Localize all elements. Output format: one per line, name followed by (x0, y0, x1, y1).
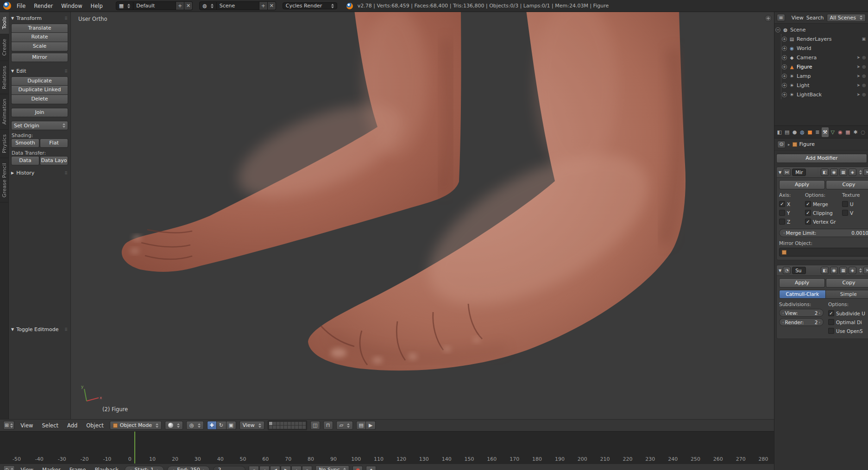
selectable-icon[interactable]: ➤ (857, 55, 861, 60)
layer-cell[interactable] (291, 422, 295, 425)
snap-element-select[interactable]: ▱ (336, 421, 353, 430)
pivot-point-select[interactable]: ◎ (186, 421, 204, 430)
set-origin-select[interactable]: Set Origin (11, 121, 68, 130)
viewport-visibility-icon[interactable]: ◉ (830, 169, 838, 176)
selectable-icon[interactable]: ➤ (857, 74, 861, 78)
lock-to-scene-icon[interactable]: ◫ (310, 421, 320, 430)
tab-render[interactable]: ◧ (776, 127, 783, 137)
play-reverse-button[interactable]: ◀ (270, 466, 280, 470)
copy-modifier-button[interactable]: Copy (826, 278, 868, 288)
object-menu[interactable]: Object (83, 422, 106, 429)
collapse-icon[interactable]: ▼ (11, 69, 14, 73)
outliner-search-menu[interactable]: Search (806, 15, 824, 21)
timeline-ruler[interactable]: -50-40-30-20-100102030405060708090100110… (0, 431, 774, 464)
data-transfer-button[interactable]: Data (11, 156, 39, 165)
selectable-icon[interactable]: ➤ (857, 92, 861, 97)
texture-u-checkbox[interactable]: U (842, 200, 868, 208)
layer-cell[interactable] (269, 422, 272, 425)
shelf-tab-physics[interactable]: Physics (0, 130, 9, 158)
layer-cell[interactable] (273, 426, 276, 429)
timeline-frame-menu[interactable]: Frame (67, 467, 89, 470)
delete-scene-button[interactable]: ✕ (268, 1, 276, 10)
editor-type-select[interactable]: ⊞ (3, 421, 14, 430)
mirror-button[interactable]: Mirror (11, 53, 68, 62)
layer-cell[interactable] (273, 422, 276, 425)
vertex-groups-checkbox[interactable]: Vertex Gr (805, 217, 840, 226)
menu-file[interactable]: File (14, 3, 28, 9)
sync-mode-select[interactable]: No Sync (315, 465, 349, 470)
shelf-tab-relations[interactable]: Relations (0, 61, 9, 94)
apply-modifier-button[interactable]: Apply (779, 278, 825, 288)
select-menu[interactable]: Select (39, 422, 61, 429)
expand-icon[interactable]: + (782, 46, 787, 51)
expand-icon[interactable]: ▶ (11, 171, 14, 175)
tab-render-layers[interactable]: ▤ (783, 127, 790, 137)
apply-modifier-button[interactable]: Apply (779, 180, 825, 189)
outliner-row-light[interactable]: + ☀ Light ➤◎ (782, 81, 867, 90)
collapse-icon[interactable]: ▼ (779, 170, 781, 175)
subdivide-uvs-checkbox[interactable]: Subdivide U (828, 309, 868, 318)
collapse-icon[interactable]: ▼ (779, 269, 781, 273)
screen-layout-field[interactable]: Default (133, 1, 176, 10)
viewport-shading-select[interactable] (165, 421, 183, 430)
shelf-tab-create[interactable]: Create (0, 34, 9, 61)
outliner-row-camera[interactable]: + ◆ Camera ➤◎ (782, 53, 867, 62)
simple-button[interactable]: Simple (826, 290, 868, 299)
tab-physics[interactable]: ◌ (860, 127, 867, 137)
cage-toggle-icon[interactable]: ◈ (849, 169, 856, 176)
expand-icon[interactable]: + (782, 83, 787, 88)
collapse-icon[interactable]: ▼ (11, 16, 14, 20)
texture-v-checkbox[interactable]: V (842, 208, 868, 217)
cage-toggle-icon[interactable]: ◈ (849, 267, 856, 274)
next-keyframe-button[interactable]: › (291, 466, 302, 470)
optimal-display-checkbox[interactable]: Optimal Di (828, 318, 868, 326)
scale-button[interactable]: Scale (11, 42, 68, 51)
snap-magnet-icon[interactable]: ⊓ (323, 421, 333, 430)
duplicate-linked-button[interactable]: Duplicate Linked (11, 86, 68, 95)
prev-keyframe-button[interactable]: ‹ (259, 466, 270, 470)
outliner-view-menu[interactable]: View (792, 15, 804, 21)
modifier-name-field[interactable]: Su (792, 267, 806, 274)
jump-end-button[interactable]: » (302, 466, 312, 470)
shade-smooth-button[interactable]: Smooth (11, 138, 39, 148)
frame-start-field[interactable]: ‹Start:1› (125, 466, 164, 470)
outliner-row-lightback[interactable]: + ☀ LightBack ➤◎ (782, 90, 867, 99)
clipping-checkbox[interactable]: Clipping (805, 208, 840, 217)
axis-x-checkbox[interactable]: X (779, 200, 803, 208)
add-modifier-button[interactable]: Add Modifier (776, 154, 867, 163)
tab-texture[interactable]: ▦ (844, 127, 851, 137)
expand-icon[interactable]: + (782, 74, 787, 79)
timeline-view-menu[interactable]: View (18, 467, 36, 470)
menu-help[interactable]: Help (88, 3, 106, 9)
scene-field[interactable]: Scene (217, 1, 259, 10)
rotate-button[interactable]: Rotate (11, 33, 68, 42)
mode-select[interactable]: Object Mode (110, 421, 162, 430)
viewport-canvas[interactable]: x y User Ortho (2) Figure + (71, 12, 774, 419)
layer-cell[interactable] (288, 426, 291, 429)
tab-modifiers[interactable]: ⚒ (822, 127, 829, 137)
tab-object-data[interactable]: ▽ (829, 127, 836, 137)
move-modifier-arrows[interactable] (859, 170, 862, 175)
add-scene-button[interactable]: + (259, 1, 268, 10)
layer-cell[interactable] (288, 422, 291, 425)
transform-orientation-select[interactable]: View (239, 421, 264, 430)
rotate-manipulator-icon[interactable]: ↻ (217, 421, 226, 430)
panel-grip-icon[interactable]: ⠿ (64, 327, 68, 332)
selectable-icon[interactable]: ➤ (857, 64, 861, 69)
modifier-icon[interactable]: ◎ (862, 64, 866, 69)
timeline-playback-menu[interactable]: Playback (92, 467, 121, 470)
layer-cell[interactable] (295, 426, 298, 429)
panel-grip-icon[interactable]: ⠿ (64, 171, 68, 175)
transform-panel-title[interactable]: Transform (16, 15, 42, 21)
blender-logo-icon[interactable] (3, 2, 11, 10)
feet-model[interactable]: x y (71, 12, 774, 419)
join-button[interactable]: Join (11, 108, 68, 117)
merge-checkbox[interactable]: Merge (805, 200, 840, 208)
move-modifier-arrows[interactable] (859, 268, 862, 273)
outliner-row-figure[interactable]: + ▲ Figure ➤◎ (782, 62, 867, 71)
timeline-editor-type-select[interactable]: ◷ (3, 465, 15, 470)
layer-cell[interactable] (299, 422, 302, 425)
shelf-tab-grease-pencil[interactable]: Grease Pencil (0, 158, 9, 202)
jump-start-button[interactable]: « (249, 466, 259, 470)
add-layout-button[interactable]: + (176, 1, 184, 10)
